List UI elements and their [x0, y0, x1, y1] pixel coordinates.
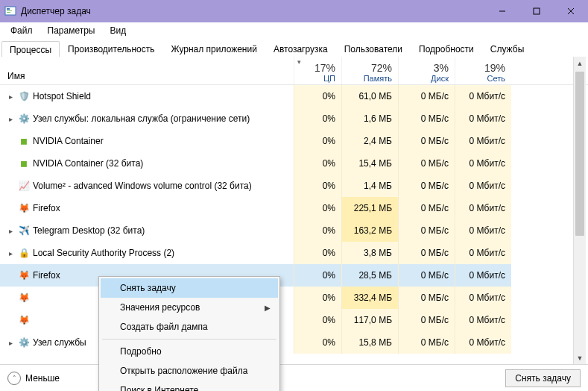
cell-network: 0 Мбит/с	[455, 197, 511, 219]
firefox-icon: 🦊	[18, 314, 30, 326]
cell-network: 0 Мбит/с	[455, 242, 511, 264]
gear-icon: ⚙️	[18, 337, 30, 348]
svg-rect-1	[7, 8, 10, 10]
cell-network: 0 Мбит/с	[455, 107, 511, 130]
process-name: Hotspot Shield	[33, 91, 91, 101]
close-button[interactable]	[554, 0, 588, 22]
context-menu-item[interactable]: Создать файл дампа	[101, 317, 278, 337]
cell-disk: 0 МБ/с	[398, 219, 455, 242]
firefox-icon: 🦊	[18, 202, 30, 214]
end-task-button[interactable]: Снять задачу	[505, 369, 581, 387]
maximize-button[interactable]	[519, 0, 554, 22]
bottom-bar: ˄ Меньше Снять задачу	[0, 364, 588, 391]
table-row[interactable]: ▸🦊0%332,4 МБ0 МБ/с0 Мбит/с	[0, 287, 588, 309]
context-menu: Снять задачуЗначения ресурсов▶Создать фа…	[98, 276, 280, 391]
window-title: Диспетчер задач	[21, 6, 485, 16]
cell-network: 0 Мбит/с	[455, 85, 511, 107]
cell-network: 0 Мбит/с	[455, 219, 511, 242]
cell-disk: 0 МБ/с	[398, 242, 455, 264]
cell-memory: 1,6 МБ	[341, 107, 398, 130]
expand-icon[interactable]: ▸	[6, 115, 15, 123]
menu-options[interactable]: Параметры	[40, 24, 103, 37]
col-name[interactable]: Имя	[0, 57, 294, 84]
cell-network: 0 Мбит/с	[455, 309, 511, 331]
table-header: Имя ▾ 17% ЦП 72% Память 3% Диск 19% Сеть	[0, 57, 588, 85]
cell-disk: 0 МБ/с	[398, 152, 455, 175]
cell-disk: 0 МБ/с	[398, 85, 455, 107]
table-row[interactable]: ▸⚙️Узел службы: локальная служба (ограни…	[0, 107, 588, 130]
minimize-button[interactable]	[485, 0, 519, 22]
cell-memory: 1,4 МБ	[341, 175, 398, 197]
scroll-down-icon[interactable]: ▼	[574, 351, 586, 364]
cell-memory: 15,4 МБ	[341, 152, 398, 175]
svg-rect-2	[7, 10, 12, 11]
process-name: Volume² - advanced Windows volume contro…	[33, 181, 252, 191]
app-icon	[4, 5, 16, 17]
table-row[interactable]: ▸🦊Firefox0%225,1 МБ0 МБ/с0 Мбит/с	[0, 197, 588, 219]
fewer-details-button[interactable]: ˄ Меньше	[7, 372, 60, 385]
cell-cpu: 0%	[294, 264, 341, 287]
table-row[interactable]: ▸◼︎NVIDIA Container0%2,4 МБ0 МБ/с0 Мбит/…	[0, 130, 588, 152]
chevron-up-icon: ˄	[7, 372, 21, 385]
cell-cpu: 0%	[294, 175, 341, 197]
table-row[interactable]: ▸🔒Local Security Authority Process (2)0%…	[0, 242, 588, 264]
expand-icon[interactable]: ▸	[6, 339, 15, 347]
cell-cpu: 0%	[294, 287, 341, 309]
process-name: Firefox	[33, 270, 60, 281]
cell-cpu: 0%	[294, 242, 341, 264]
col-network[interactable]: 19% Сеть	[455, 57, 511, 84]
cell-disk: 0 МБ/с	[398, 264, 455, 287]
table-row[interactable]: ▸✈️Telegram Desktop (32 бита)0%163,2 МБ0…	[0, 219, 588, 242]
table-row[interactable]: ▸🦊0%117,0 МБ0 МБ/с0 Мбит/с	[0, 309, 588, 331]
telegram-icon: ✈️	[18, 225, 30, 237]
table-row[interactable]: ▸◼︎NVIDIA Container (32 бита)0%15,4 МБ0 …	[0, 152, 588, 175]
sort-indicator-icon: ▾	[297, 58, 301, 66]
vertical-scrollbar[interactable]: ▲ ▼	[573, 57, 586, 364]
process-table: Имя ▾ 17% ЦП 72% Память 3% Диск 19% Сеть…	[0, 57, 588, 364]
table-row[interactable]: ▸🦊Firefox0%28,5 МБ0 МБ/с0 Мбит/с	[0, 264, 588, 287]
table-row[interactable]: ▸⚙️Узел службы0%15,8 МБ0 МБ/с0 Мбит/с	[0, 331, 588, 354]
titlebar: Диспетчер задач	[0, 0, 588, 22]
table-row[interactable]: ▸📈Volume² - advanced Windows volume cont…	[0, 175, 588, 197]
cell-memory: 28,5 МБ	[341, 264, 398, 287]
lock-icon: 🔒	[18, 247, 30, 259]
cell-memory: 332,4 МБ	[341, 287, 398, 309]
menubar: Файл Параметры Вид	[0, 22, 588, 39]
gear-icon: ⚙️	[18, 113, 30, 125]
svg-rect-5	[534, 8, 540, 14]
table-row[interactable]: ▸🛡️Hotspot Shield0%61,0 МБ0 МБ/с0 Мбит/с	[0, 85, 588, 107]
cell-memory: 2,4 МБ	[341, 130, 398, 152]
cell-cpu: 0%	[294, 130, 341, 152]
cell-cpu: 0%	[294, 85, 341, 107]
scroll-thumb[interactable]	[575, 72, 584, 236]
cell-disk: 0 МБ/с	[398, 309, 455, 331]
expand-icon[interactable]: ▸	[6, 227, 15, 235]
scroll-up-icon[interactable]: ▲	[574, 57, 586, 69]
firefox-icon: 🦊	[18, 292, 30, 304]
context-menu-item[interactable]: Поиск в Интернете	[101, 381, 278, 391]
context-menu-item[interactable]: Снять задачу	[101, 278, 278, 298]
cell-disk: 0 МБ/с	[398, 130, 455, 152]
menu-view[interactable]: Вид	[102, 24, 133, 37]
cell-memory: 225,1 МБ	[341, 197, 398, 219]
cell-network: 0 Мбит/с	[455, 264, 511, 287]
cell-disk: 0 МБ/с	[398, 175, 455, 197]
cell-disk: 0 МБ/с	[398, 331, 455, 354]
process-name: NVIDIA Container	[33, 136, 104, 146]
expand-icon[interactable]: ▸	[6, 249, 15, 257]
process-name: NVIDIA Container (32 бита)	[33, 158, 143, 169]
col-disk[interactable]: 3% Диск	[398, 57, 455, 84]
submenu-arrow-icon: ▶	[265, 304, 271, 312]
cell-disk: 0 МБ/с	[398, 197, 455, 219]
col-cpu[interactable]: ▾ 17% ЦП	[294, 57, 341, 84]
context-menu-item[interactable]: Открыть расположение файла	[101, 361, 278, 381]
expand-icon[interactable]: ▸	[6, 93, 15, 101]
menu-file[interactable]: Файл	[3, 24, 40, 37]
cell-cpu: 0%	[294, 309, 341, 331]
context-menu-item[interactable]: Подробно	[101, 342, 278, 361]
context-menu-item[interactable]: Значения ресурсов▶	[101, 298, 278, 317]
cell-cpu: 0%	[294, 197, 341, 219]
cell-network: 0 Мбит/с	[455, 152, 511, 175]
col-memory[interactable]: 72% Память	[341, 57, 398, 84]
volume-icon: 📈	[18, 180, 30, 192]
